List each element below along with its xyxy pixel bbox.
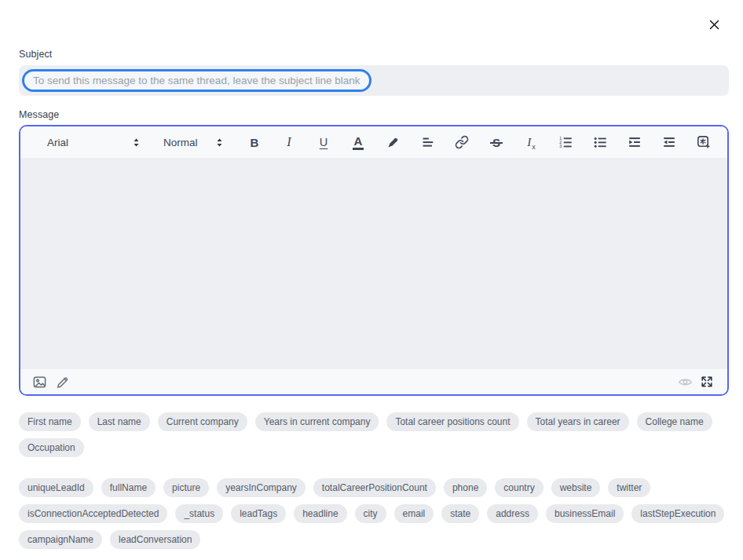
font-family-select[interactable]: Arial: [47, 137, 141, 148]
bullet-list-button[interactable]: [583, 126, 617, 158]
ordered-list-button[interactable]: 123: [548, 126, 583, 158]
variable-chip[interactable]: businessEmail: [546, 504, 624, 523]
paragraph-style-value: Normal: [163, 137, 198, 148]
variable-chip[interactable]: address: [487, 504, 538, 523]
subject-label: Subject: [19, 49, 729, 60]
variable-chip[interactable]: phone: [444, 478, 487, 497]
italic-icon: I: [287, 136, 291, 148]
clear-format-icon: Ix: [527, 137, 535, 148]
subject-input[interactable]: To send this message to the same thread,…: [19, 65, 729, 96]
variable-chip[interactable]: website: [551, 478, 601, 497]
subject-placeholder: To send this message to the same thread,…: [33, 75, 361, 86]
indent-button[interactable]: [617, 126, 652, 158]
bold-button[interactable]: B: [237, 126, 272, 158]
message-body-input[interactable]: [20, 158, 727, 369]
underline-button[interactable]: U: [306, 126, 341, 158]
underline-icon: U: [320, 137, 328, 148]
text-color-button[interactable]: A: [341, 126, 375, 158]
sort-arrows-icon: [214, 137, 225, 148]
variable-chip[interactable]: city: [355, 504, 386, 523]
variable-chip[interactable]: leadTags: [231, 504, 286, 523]
friendly-placeholder-list: First nameLast nameCurrent companyYears …: [19, 412, 729, 457]
link-icon: [455, 135, 469, 149]
preview-button[interactable]: [674, 371, 696, 393]
align-button[interactable]: [410, 126, 445, 158]
expand-icon: [700, 375, 714, 389]
editor-footer: [20, 369, 727, 394]
variable-chip[interactable]: campaignName: [19, 530, 102, 549]
strikethrough-button[interactable]: S: [479, 126, 514, 158]
placeholder-chip[interactable]: Years in current company: [255, 412, 379, 431]
variable-chip[interactable]: _status: [175, 504, 223, 523]
message-editor: Arial Normal B I: [19, 125, 729, 396]
subject-placeholder-ring: To send this message to the same thread,…: [22, 69, 372, 92]
insert-variable-icon: [696, 134, 712, 150]
close-button[interactable]: [705, 16, 723, 33]
raw-variable-list: uniqueLeadIdfullNamepictureyearsInCompan…: [19, 478, 729, 549]
placeholder-chip[interactable]: Total years in career: [527, 412, 629, 431]
align-left-icon: [419, 134, 435, 150]
variable-chip[interactable]: lastStepExecution: [631, 504, 724, 523]
strikethrough-icon: S: [492, 137, 500, 148]
compose-message-dialog: Subject To send this message to the same…: [0, 0, 743, 560]
expand-button[interactable]: [696, 371, 718, 393]
variable-chip[interactable]: fullName: [101, 478, 156, 497]
outdent-button[interactable]: [652, 126, 686, 158]
ordered-list-icon: 123: [558, 134, 573, 150]
font-family-value: Arial: [47, 137, 68, 148]
image-icon: [32, 375, 47, 390]
variable-chip[interactable]: totalCareerPositionCount: [313, 478, 436, 497]
pen-icon: [54, 375, 69, 390]
italic-button[interactable]: I: [272, 126, 306, 158]
placeholder-chip[interactable]: College name: [637, 412, 712, 431]
variable-chip[interactable]: twitter: [608, 478, 650, 497]
variable-chip[interactable]: uniqueLeadId: [19, 478, 93, 497]
variable-chip[interactable]: isConnectionAcceptedDetected: [19, 504, 167, 523]
highlighter-icon: [386, 135, 401, 150]
indent-icon: [627, 134, 642, 150]
eye-icon: [678, 375, 693, 390]
placeholder-chip[interactable]: Occupation: [19, 438, 84, 457]
message-label: Message: [19, 109, 729, 120]
placeholder-chip[interactable]: Current company: [158, 412, 247, 431]
variable-chip[interactable]: yearsInCompany: [217, 478, 306, 497]
bold-icon: B: [251, 137, 259, 148]
variable-chip[interactable]: state: [441, 504, 479, 523]
bullet-list-icon: [592, 134, 608, 150]
outdent-icon: [661, 134, 677, 150]
variable-chip[interactable]: country: [495, 478, 543, 497]
insert-variable-button[interactable]: [686, 126, 721, 158]
insert-image-button[interactable]: [28, 371, 50, 393]
text-color-icon: A: [353, 135, 364, 150]
link-button[interactable]: [445, 126, 479, 158]
variable-chip[interactable]: headline: [294, 504, 346, 523]
clear-format-button[interactable]: Ix: [514, 126, 548, 158]
variable-chip[interactable]: email: [394, 504, 434, 523]
variable-chip[interactable]: picture: [163, 478, 209, 497]
svg-text:3: 3: [559, 144, 562, 148]
signature-pen-button[interactable]: [50, 371, 72, 393]
highlight-button[interactable]: [375, 126, 410, 158]
close-icon: [708, 19, 720, 31]
placeholder-chip[interactable]: Last name: [89, 412, 150, 431]
placeholder-chip[interactable]: First name: [19, 412, 81, 431]
paragraph-style-select[interactable]: Normal: [163, 137, 225, 148]
editor-toolbar: Arial Normal B I: [20, 126, 727, 158]
placeholder-chip[interactable]: Total career positions count: [386, 412, 518, 431]
variable-chip[interactable]: leadConversation: [110, 530, 200, 549]
sort-arrows-icon: [131, 137, 141, 148]
